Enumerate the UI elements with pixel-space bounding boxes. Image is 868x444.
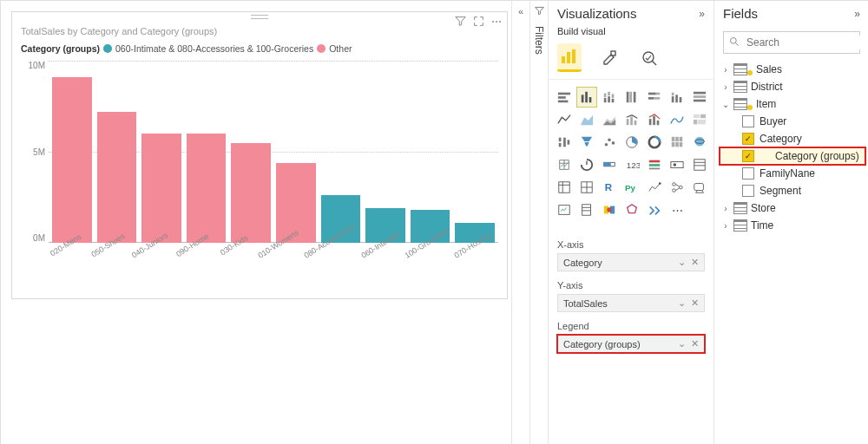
viz-more[interactable]: ⋯ <box>667 199 687 220</box>
svg-rect-0 <box>562 56 565 63</box>
remove-icon[interactable]: ✕ <box>691 338 699 349</box>
viz-type-5[interactable] <box>667 87 687 108</box>
viz-type-8[interactable] <box>576 109 597 130</box>
chevron-down-icon[interactable]: ⌄ <box>678 338 686 349</box>
viz-type-31[interactable]: Py <box>621 177 642 198</box>
more-options-icon[interactable]: ⋯ <box>491 16 502 29</box>
viz-type-35[interactable] <box>554 199 575 220</box>
viz-type-16[interactable] <box>599 132 620 153</box>
focus-mode-icon[interactable] <box>473 16 484 29</box>
table-store[interactable]: ›Store <box>720 199 865 217</box>
build-visual-tab[interactable] <box>557 43 582 72</box>
viz-type-0[interactable] <box>554 87 575 108</box>
chart-tile[interactable]: ⋯ TotalSales by Category and Category (g… <box>11 11 508 299</box>
field-segment[interactable]: Segment <box>720 182 865 199</box>
viz-type-18[interactable] <box>644 132 665 153</box>
viz-type-12[interactable] <box>667 109 687 130</box>
viz-type-2[interactable] <box>599 87 620 108</box>
bar[interactable] <box>187 134 227 243</box>
filters-rail[interactable]: Filters <box>529 1 548 444</box>
legend-pill-text: Category (groups) <box>563 339 641 349</box>
bar[interactable] <box>97 112 137 243</box>
field-category-groups[interactable]: ✓Category (groups) <box>720 147 865 165</box>
table-icon <box>733 98 747 110</box>
svg-rect-21 <box>648 93 656 95</box>
viz-type-22[interactable] <box>576 154 597 175</box>
viz-type-11[interactable] <box>644 109 665 130</box>
report-canvas[interactable]: ⋯ TotalSales by Category and Category (g… <box>1 1 511 444</box>
checkbox[interactable] <box>742 115 754 127</box>
svg-rect-67 <box>694 160 705 170</box>
checkbox[interactable] <box>742 185 754 197</box>
legend-pill[interactable]: Category (groups) ⌄✕ <box>557 335 705 353</box>
bar[interactable] <box>52 77 92 243</box>
viz-type-1[interactable] <box>576 87 597 108</box>
bar[interactable] <box>231 143 271 244</box>
viz-type-26[interactable] <box>667 154 687 175</box>
viz-type-10[interactable] <box>621 109 642 130</box>
svg-rect-43 <box>559 143 562 147</box>
table-item[interactable]: ⌄Item <box>720 95 865 113</box>
fields-search[interactable] <box>723 31 860 54</box>
field-familyname[interactable]: FamilyNane <box>720 165 865 182</box>
viz-type-15[interactable] <box>576 132 597 153</box>
xaxis-pill[interactable]: Category ⌄✕ <box>557 253 705 271</box>
viz-type-13[interactable] <box>689 109 710 130</box>
viz-type-6[interactable] <box>689 87 710 108</box>
remove-icon[interactable]: ✕ <box>691 257 699 268</box>
viz-type-9[interactable] <box>599 109 620 130</box>
svg-rect-9 <box>582 95 584 102</box>
viz-type-14[interactable] <box>554 132 575 153</box>
table-time[interactable]: ›Time <box>720 217 865 234</box>
checkbox-checked[interactable]: ✓ <box>742 133 754 145</box>
viz-type-27[interactable] <box>689 154 710 175</box>
chevron-down-icon[interactable]: ⌄ <box>678 297 686 309</box>
format-visual-tab[interactable] <box>597 46 621 70</box>
field-buyer[interactable]: Buyer <box>720 113 865 130</box>
viz-type-28[interactable] <box>554 177 575 198</box>
field-category[interactable]: ✓Category <box>720 130 865 147</box>
bar[interactable] <box>141 134 181 243</box>
table-sales[interactable]: ›Sales <box>720 61 865 78</box>
viz-type-3[interactable] <box>621 87 642 108</box>
svg-rect-15 <box>608 92 610 95</box>
chevron-collapse-icon[interactable]: « <box>518 6 523 16</box>
fields-collapse-icon[interactable]: » <box>854 8 860 20</box>
chevron-down-icon[interactable]: ⌄ <box>678 257 686 268</box>
viz-type-29[interactable] <box>576 177 597 198</box>
filters-expand-icon[interactable] <box>535 6 544 17</box>
viz-type-19[interactable] <box>667 132 687 153</box>
viz-type-37[interactable] <box>599 199 620 220</box>
viz-type-17[interactable] <box>621 132 642 153</box>
visualizations-title: Visualizations <box>557 6 636 21</box>
viz-type-21[interactable] <box>554 154 575 175</box>
remove-icon[interactable]: ✕ <box>691 297 699 309</box>
viz-type-23[interactable] <box>599 154 620 175</box>
rail-collapse[interactable]: « <box>511 1 529 444</box>
table-district[interactable]: ›District <box>720 78 865 95</box>
filter-icon[interactable] <box>455 16 466 29</box>
visualizations-collapse-icon[interactable]: » <box>699 8 705 20</box>
analytics-tab[interactable] <box>637 46 661 70</box>
checkbox[interactable] <box>742 167 754 180</box>
viz-type-36[interactable] <box>576 199 597 220</box>
yaxis-pill[interactable]: TotalSales ⌄✕ <box>557 294 705 312</box>
svg-point-79 <box>673 183 676 186</box>
viz-type-25[interactable] <box>644 154 665 175</box>
svg-rect-22 <box>656 93 660 95</box>
checkbox-checked[interactable]: ✓ <box>742 150 754 162</box>
viz-type-4[interactable] <box>644 87 665 108</box>
drag-grip[interactable] <box>251 15 268 19</box>
viz-type-38[interactable] <box>621 199 642 220</box>
viz-type-34[interactable] <box>689 177 710 198</box>
viz-type-39[interactable] <box>644 199 665 220</box>
viz-type-20[interactable] <box>689 132 710 153</box>
viz-type-32[interactable] <box>644 177 665 198</box>
search-input[interactable] <box>745 36 868 49</box>
viz-type-33[interactable] <box>667 177 687 198</box>
viz-type-24[interactable]: 123 <box>621 154 642 175</box>
plot-area <box>49 61 498 243</box>
viz-type-7[interactable] <box>554 109 575 130</box>
svg-point-78 <box>659 182 661 185</box>
viz-type-30[interactable]: R <box>599 177 620 198</box>
